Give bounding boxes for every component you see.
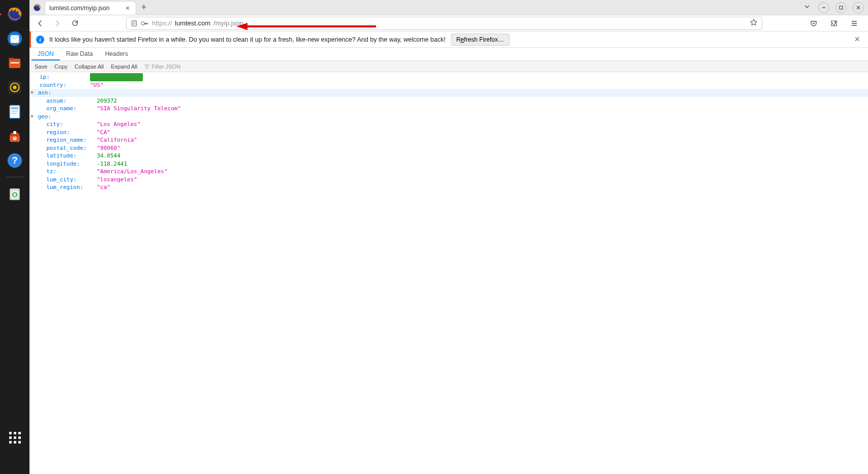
json-save-button[interactable]: Save xyxy=(32,61,50,72)
json-viewer-tabs: JSON Raw Data Headers xyxy=(29,48,868,61)
json-filter-input[interactable]: Filter JSON xyxy=(141,64,183,70)
json-row[interactable]: postal_code: "90060" xyxy=(29,144,868,152)
json-value: "SIA Singularity Telecom" xyxy=(97,105,181,113)
json-row[interactable]: lum_region: "ca" xyxy=(29,183,868,192)
dock-writer-icon[interactable] xyxy=(4,101,26,123)
tab-close-icon[interactable]: × xyxy=(123,4,132,12)
json-row[interactable]: region: "CA" xyxy=(29,129,868,137)
json-row[interactable]: tz: "America/Los_Angeles" xyxy=(29,168,868,176)
tab-raw-data[interactable]: Raw Data xyxy=(60,48,99,60)
ubuntu-dock: ? xyxy=(0,0,29,474)
json-row[interactable]: ip: "███.███.█.███" xyxy=(29,73,868,81)
dock-thunderbird-icon[interactable] xyxy=(4,27,26,50)
json-value: "ca" xyxy=(97,183,110,192)
json-row[interactable]: asnum: 209372 xyxy=(29,97,868,105)
json-value: 209372 xyxy=(97,97,117,105)
dock-show-apps-icon[interactable] xyxy=(4,426,26,449)
nav-toolbar: https://lumtest.com/myip.json xyxy=(29,15,868,31)
svg-rect-3 xyxy=(9,58,14,60)
firefox-menu-icon[interactable] xyxy=(29,0,45,15)
notification-bar: i It looks like you haven't started Fire… xyxy=(29,31,868,48)
json-value: -118.2441 xyxy=(97,160,127,168)
notification-text: It looks like you haven't started Firefo… xyxy=(49,36,446,43)
svg-point-26 xyxy=(141,21,144,24)
page-info-icon[interactable] xyxy=(131,20,138,27)
back-button[interactable] xyxy=(34,17,47,30)
refresh-firefox-button[interactable]: Refresh Firefox… xyxy=(451,34,510,46)
json-value: "America/Los_Angeles" xyxy=(97,168,167,176)
svg-point-7 xyxy=(13,85,16,89)
permissions-icon[interactable] xyxy=(141,20,149,27)
pocket-icon[interactable] xyxy=(807,17,820,30)
address-bar[interactable]: https://lumtest.com/myip.json xyxy=(126,17,762,30)
dock-trash-icon[interactable] xyxy=(4,182,26,205)
tab-title: lumtest.com/myip.json xyxy=(49,5,119,12)
forward-button[interactable] xyxy=(51,17,64,30)
reload-button[interactable] xyxy=(68,17,81,30)
svg-rect-21 xyxy=(840,6,843,9)
json-row-expandable[interactable]: ▼ asn: xyxy=(29,89,868,97)
json-row-expandable[interactable]: ▼ geo: xyxy=(29,113,868,121)
json-row[interactable]: org_name: "SIA Singularity Telecom" xyxy=(29,105,868,113)
url-host: lumtest.com xyxy=(175,19,210,27)
dock-files-icon[interactable] xyxy=(4,52,26,74)
extensions-icon[interactable] xyxy=(827,17,841,30)
new-tab-button[interactable]: + xyxy=(136,0,151,15)
url-protocol: https:// xyxy=(152,19,172,27)
json-row[interactable]: country: "US" xyxy=(29,81,868,89)
dock-help-icon[interactable]: ? xyxy=(4,149,26,172)
window-maximize-button[interactable] xyxy=(835,2,847,13)
json-value: "losangeles" xyxy=(97,176,137,184)
json-value: "CA" xyxy=(97,129,110,137)
bookmark-star-icon[interactable] xyxy=(750,18,758,28)
dock-separator xyxy=(6,177,23,177)
json-tree: ip: "███.███.█.███" country: "US" ▼ asn:… xyxy=(29,72,868,474)
filter-icon xyxy=(144,64,149,69)
notification-close-icon[interactable]: × xyxy=(851,34,863,45)
json-row[interactable]: lum_city: "losangeles" xyxy=(29,176,868,184)
tab-headers[interactable]: Headers xyxy=(99,48,134,60)
tab-json[interactable]: JSON xyxy=(32,48,60,60)
json-value: "90060" xyxy=(97,144,120,152)
svg-text:?: ? xyxy=(12,155,17,166)
twisty-icon[interactable]: ▼ xyxy=(29,89,35,97)
dock-software-icon[interactable] xyxy=(4,125,26,147)
svg-rect-9 xyxy=(11,108,18,109)
json-value: "California" xyxy=(97,136,137,144)
firefox-window: lumtest.com/myip.json × + https://lumtes… xyxy=(29,0,868,474)
json-row[interactable]: latitude: 34.0544 xyxy=(29,152,868,160)
window-minimize-button[interactable] xyxy=(818,2,829,13)
tab-strip: lumtest.com/myip.json × + xyxy=(29,0,868,15)
twisty-icon[interactable]: ▼ xyxy=(29,113,35,121)
json-expand-all-button[interactable]: Expand All xyxy=(108,61,140,72)
svg-rect-12 xyxy=(11,113,16,114)
json-value: "Los Angeles" xyxy=(97,120,140,129)
svg-rect-10 xyxy=(11,110,18,110)
json-value: "US" xyxy=(90,81,104,89)
svg-rect-4 xyxy=(11,62,19,64)
dock-firefox-icon[interactable] xyxy=(4,3,26,25)
json-collapse-all-button[interactable]: Collapse All xyxy=(72,61,107,72)
json-value-ip: "███.███.█.███" xyxy=(90,73,142,81)
json-row[interactable]: city: "Los Angeles" xyxy=(29,120,868,129)
json-row[interactable]: region_name: "California" xyxy=(29,136,868,144)
json-value: 34.0544 xyxy=(97,152,120,160)
dock-rhythmbox-icon[interactable] xyxy=(4,76,26,99)
json-copy-button[interactable]: Copy xyxy=(51,61,71,72)
json-viewer-toolbar: Save Copy Collapse All Expand All Filter… xyxy=(29,61,868,72)
json-row[interactable]: longitude: -118.2441 xyxy=(29,160,868,168)
window-close-button[interactable] xyxy=(853,2,864,13)
url-path: /myip.json xyxy=(213,19,243,27)
info-icon: i xyxy=(36,36,44,44)
tabs-dropdown-icon[interactable] xyxy=(802,2,812,13)
browser-tab[interactable]: lumtest.com/myip.json × xyxy=(45,1,136,15)
app-menu-icon[interactable] xyxy=(848,17,861,30)
svg-rect-11 xyxy=(11,111,18,112)
